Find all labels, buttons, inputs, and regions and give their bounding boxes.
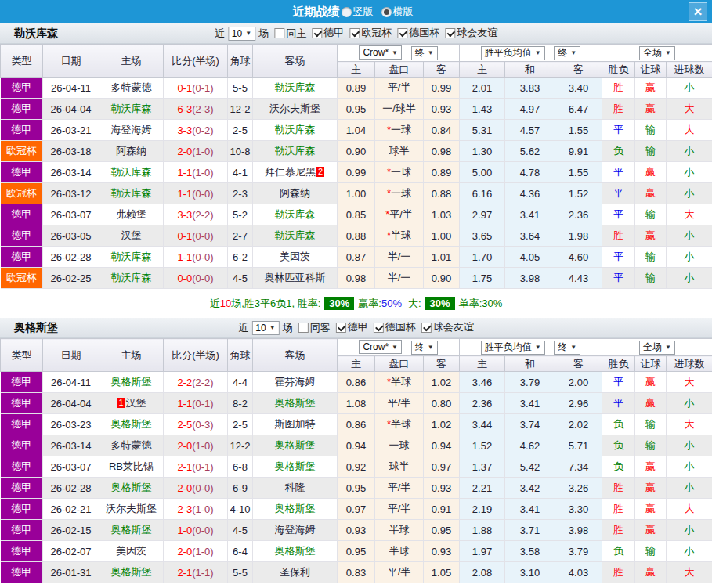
- home-team-cell[interactable]: 多特蒙德: [99, 78, 164, 99]
- league-checkbox[interactable]: [421, 323, 432, 333]
- result-handicap-cell: 赢: [635, 162, 667, 183]
- sub-header-avg-away: 客: [555, 62, 602, 78]
- table-row: 欧冠杯 26-03-18 阿森纳 2-0(1-0) 10-8 勒沃库森 0.90…: [1, 141, 712, 162]
- avg-final-value: 终: [558, 341, 567, 354]
- section-header: 奥格斯堡 近 10 ▼ 场 同客 德甲德国杯球会友谊: [0, 318, 712, 338]
- match-count-select[interactable]: 10 ▼: [228, 27, 255, 41]
- score-cell: 2-5(0-3): [164, 414, 228, 435]
- away-team-cell[interactable]: 美因茨: [253, 247, 338, 268]
- home-team-cell[interactable]: 奥格斯堡: [99, 372, 164, 393]
- home-team-cell[interactable]: 勒沃库森: [99, 247, 164, 268]
- avg-draw-cell: 4.78: [505, 162, 555, 183]
- home-team-cell[interactable]: 海登海姆: [99, 120, 164, 141]
- table-row: 德甲 26-04-04 1汉堡 1-1(0-1) 8-2 奥格斯堡 1.08 平…: [1, 393, 712, 414]
- odds-source-select[interactable]: Crow*▼: [359, 45, 402, 60]
- league-filter: 德甲: [306, 26, 344, 40]
- same-venue-checkbox[interactable]: [298, 323, 309, 333]
- team-name: 奥格斯堡: [14, 321, 58, 335]
- col-header-corner: 角球: [228, 339, 253, 372]
- away-team-cell[interactable]: 勒沃库森: [253, 78, 338, 99]
- away-team-cell[interactable]: 奥格斯堡: [253, 456, 338, 478]
- summary-bar: 近10场,胜3平6负1, 胜率: 30% 赢率:50% 大: 30% 单率:30…: [0, 289, 712, 318]
- home-team-cell[interactable]: 沃尔夫斯堡: [99, 499, 164, 520]
- vertical-layout-radio[interactable]: [342, 7, 352, 17]
- date-cell: 26-04-11: [43, 78, 99, 99]
- corner-cell: 6-2: [228, 247, 253, 268]
- score-cell: 2-0(1-0): [164, 435, 228, 456]
- league-checkbox[interactable]: [312, 28, 322, 38]
- table-row: 德甲 26-02-21 沃尔夫斯堡 2-3(1-0) 4-10 奥格斯堡 0.9…: [1, 499, 712, 520]
- avg-final-select[interactable]: 终▼: [554, 46, 580, 60]
- away-team-cell[interactable]: 勒沃库森: [253, 225, 338, 247]
- full-match-select[interactable]: 全场▼: [639, 46, 675, 60]
- away-team-cell[interactable]: 奥格斯堡: [253, 435, 338, 456]
- away-team-cell[interactable]: 勒沃库森: [253, 204, 338, 225]
- home-team-cell[interactable]: RB莱比锡: [99, 456, 164, 478]
- odds-final-select[interactable]: 终▼: [411, 341, 438, 355]
- away-team-cell[interactable]: 斯图加特: [253, 414, 338, 435]
- home-team-cell[interactable]: 奥格斯堡: [99, 478, 164, 499]
- away-team-cell[interactable]: 奥格斯堡: [253, 499, 338, 520]
- handicap-cell: 球半: [375, 141, 424, 162]
- close-button[interactable]: ×: [689, 2, 707, 21]
- result-goals-cell: 小: [667, 478, 712, 499]
- home-team-cell[interactable]: 勒沃库森: [99, 268, 164, 289]
- away-team-cell[interactable]: 霍芬海姆: [253, 372, 338, 393]
- away-team-cell[interactable]: 沃尔夫斯堡: [253, 99, 338, 120]
- home-team-cell[interactable]: 弗赖堡: [99, 204, 164, 225]
- full-match-select[interactable]: 全场▼: [639, 341, 675, 355]
- games-label: 场: [258, 27, 269, 41]
- league-checkbox[interactable]: [397, 28, 407, 38]
- home-team-cell[interactable]: 1汉堡: [99, 393, 164, 414]
- league-checkbox[interactable]: [445, 28, 455, 38]
- home-team-cell[interactable]: 多特蒙德: [99, 435, 164, 456]
- table-row: 德甲 26-04-11 奥格斯堡 2-2(2-2) 4-4 霍芬海姆 0.86 …: [1, 372, 712, 393]
- league-type-cell: 德甲: [1, 456, 43, 478]
- avg-select[interactable]: 胜平负均值▼: [481, 341, 545, 355]
- home-team-cell[interactable]: 奥格斯堡: [99, 520, 164, 541]
- col-header-home: 主场: [99, 339, 164, 372]
- away-team-cell[interactable]: 勒沃库森: [253, 120, 338, 141]
- result-goals-cell: 大: [667, 499, 712, 520]
- avg-select[interactable]: 胜平负均值▼: [481, 46, 545, 60]
- away-team-cell[interactable]: 科隆: [253, 478, 338, 499]
- home-team-cell[interactable]: 美因茨: [99, 541, 164, 562]
- avg-final-select[interactable]: 终▼: [554, 341, 580, 355]
- odds-source-select[interactable]: Crow*▼: [359, 340, 402, 354]
- result-wdl-cell: 负: [602, 435, 635, 456]
- corner-cell: 2-7: [228, 225, 253, 247]
- away-team-cell[interactable]: 圣保利: [253, 562, 338, 583]
- home-team-cell[interactable]: 勒沃库森: [99, 99, 164, 120]
- same-venue-checkbox[interactable]: [274, 28, 284, 38]
- odds-final-select[interactable]: 终▼: [411, 46, 438, 60]
- horizontal-layout-radio[interactable]: [381, 7, 392, 17]
- away-team-cell[interactable]: 奥林匹亚科斯: [253, 268, 338, 289]
- score-cell: 1-1(0-0): [164, 183, 228, 204]
- away-team-cell[interactable]: 奥格斯堡: [253, 541, 338, 562]
- avg-draw-cell: 4.62: [505, 435, 555, 456]
- handicap-cell: 半/一: [375, 268, 424, 289]
- result-wdl-cell: 胜: [602, 499, 635, 520]
- home-team-cell[interactable]: 勒沃库森: [99, 183, 164, 204]
- away-team-cell[interactable]: 阿森纳: [253, 183, 338, 204]
- corner-cell: 4-10: [228, 499, 253, 520]
- away-team-cell[interactable]: 拜仁慕尼黑2: [253, 162, 338, 183]
- chevron-down-icon: ▼: [570, 49, 576, 56]
- away-team-cell[interactable]: 勒沃库森: [253, 141, 338, 162]
- home-team-cell[interactable]: 奥格斯堡: [99, 562, 164, 583]
- avg-home-cell: 2.36: [460, 393, 505, 414]
- home-team-cell[interactable]: 奥格斯堡: [99, 414, 164, 435]
- home-team-cell[interactable]: 汉堡: [99, 225, 164, 247]
- league-checkbox[interactable]: [349, 28, 360, 38]
- home-team-cell[interactable]: 勒沃库森: [99, 162, 164, 183]
- away-team-cell[interactable]: 海登海姆: [253, 520, 338, 541]
- match-count-select[interactable]: 10 ▼: [251, 321, 279, 335]
- home-team-cell[interactable]: 阿森纳: [99, 141, 164, 162]
- league-checkbox[interactable]: [374, 323, 384, 333]
- col-header-home: 主场: [99, 45, 164, 78]
- away-team-cell[interactable]: 奥格斯堡: [253, 393, 338, 414]
- league-type-cell: 德甲: [1, 78, 43, 99]
- league-checkbox[interactable]: [336, 323, 346, 333]
- summary-count: 10: [220, 298, 231, 309]
- avg-away-cell: 2.96: [555, 393, 602, 414]
